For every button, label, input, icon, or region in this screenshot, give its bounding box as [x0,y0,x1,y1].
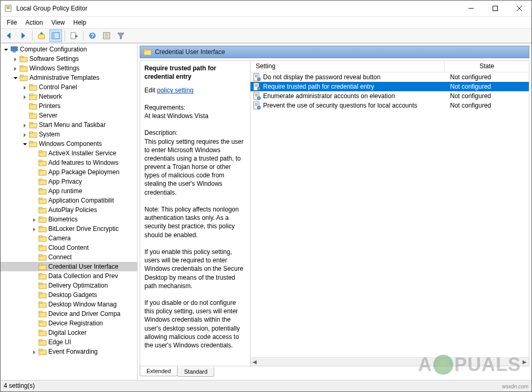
svg-marker-8 [7,33,11,39]
menu-view[interactable]: View [47,18,69,27]
filter-button[interactable] [114,29,127,42]
tree-item[interactable]: Camera [1,234,137,243]
computer-icon [10,45,18,54]
tree-item[interactable]: ⏵Event Forwarding [1,347,137,356]
tab-standard[interactable]: Standard [177,367,214,377]
tree-item[interactable]: Data Collection and Prev [1,271,137,281]
tree-item-label: Software Settings [29,55,79,62]
tree-item[interactable]: ⏷Computer Configuration [1,45,137,54]
tree-item[interactable]: Device Registration [1,319,137,328]
tree-item-label: Server [39,112,57,119]
column-setting[interactable]: Setting [251,61,445,72]
folder-icon [143,48,152,56]
chevron-right-icon[interactable]: ⏵ [22,84,29,90]
tree-item[interactable]: ⏵Windows Settings [1,63,137,73]
folder-icon [38,158,47,167]
column-state[interactable]: State [445,61,529,72]
status-text: 4 setting(s) [4,382,35,389]
menu-file[interactable]: File [3,18,21,27]
chevron-right-icon[interactable]: ⏵ [22,132,29,137]
tree-item[interactable]: Application Compatibilit [1,196,137,205]
tree-item[interactable]: ⏵Start Menu and Taskbar [1,120,137,130]
forward-button[interactable] [17,29,29,42]
tree-item[interactable]: ⏵Software Settings [1,54,137,63]
horizontal-scrollbar[interactable]: ◀ ▶ [251,357,529,366]
setting-row[interactable]: Do not display the password reveal butto… [251,72,529,82]
tree-item[interactable]: Credential User Interface [1,262,137,271]
tree-item[interactable]: ⏵System [1,130,137,139]
tree-item[interactable]: ⏵Control Panel [1,82,137,92]
folder-icon [38,206,47,214]
tree-item[interactable]: App runtime [1,186,137,196]
tree-item[interactable]: AutoPlay Policies [1,205,137,215]
folder-icon [29,130,37,139]
back-button[interactable] [3,29,15,42]
show-hide-tree-button[interactable] [49,29,62,42]
tree-item[interactable]: App Package Deploymen [1,167,137,177]
svg-rect-13 [52,33,55,39]
tree-item-label: Computer Configuration [20,46,87,53]
folder-icon [29,92,37,101]
svg-rect-80 [39,311,42,313]
help-button[interactable]: ? [86,29,99,42]
properties-button[interactable] [100,29,113,42]
tree-item[interactable]: Desktop Gadgets [1,290,137,300]
svg-rect-84 [39,330,42,332]
tree-item[interactable]: Printers [1,101,137,111]
chevron-down-icon[interactable]: ⏷ [12,75,19,81]
minimize-button[interactable] [459,1,483,16]
tree-item[interactable]: ⏷Administrative Templates [1,73,137,82]
tree-item[interactable]: Cloud Content [1,243,137,252]
tree-item[interactable]: Server [1,111,137,120]
tree-item[interactable]: Delivery Optimization [1,281,137,290]
folder-icon [38,215,47,224]
folder-icon [38,347,47,356]
description-paragraph: Note: This policy affects nonlogon authe… [144,205,246,239]
tree-item[interactable]: ⏵Network [1,92,137,101]
tree-item-label: Desktop Window Manag [48,301,117,308]
description-panel: Require trusted path for credential entr… [140,60,250,366]
menu-help[interactable]: Help [69,18,91,27]
chevron-right-icon[interactable]: ⏵ [12,56,19,62]
up-button[interactable] [35,29,48,42]
menu-action[interactable]: Action [21,18,47,27]
tree-item[interactable]: ⏵Biometrics [1,215,137,224]
tree-item[interactable]: Edge UI [1,337,137,347]
scroll-right-icon[interactable]: ▶ [520,359,529,365]
chevron-right-icon[interactable]: ⏵ [22,94,29,100]
tree-item[interactable]: App Privacy [1,177,137,186]
folder-icon [38,310,47,318]
export-button[interactable] [68,29,80,42]
chevron-right-icon[interactable]: ⏵ [31,217,38,223]
chevron-right-icon[interactable]: ⏵ [22,122,29,128]
tab-extended[interactable]: Extended [140,366,178,376]
policy-setting-link[interactable]: policy setting [157,87,193,94]
tree-item[interactable]: Desktop Window Manag [1,300,137,309]
chevron-right-icon[interactable]: ⏵ [12,66,19,71]
tree-item[interactable]: ⏷Windows Components [1,139,137,149]
chevron-right-icon[interactable]: ⏵ [31,226,38,232]
tree-item[interactable]: Add features to Windows [1,158,137,167]
toolbar-separator [83,30,84,41]
scroll-left-icon[interactable]: ◀ [251,359,259,365]
close-button[interactable] [507,1,531,16]
settings-list[interactable]: Do not display the password reveal butto… [251,72,529,357]
setting-row[interactable]: Enumerate administrator accounts on elev… [251,91,529,101]
tree-item[interactable]: Device and Driver Compa [1,309,137,319]
tree-item[interactable]: Connect [1,252,137,262]
svg-rect-42 [29,132,33,133]
tree-pane[interactable]: ⏷Computer Configuration⏵Software Setting… [1,44,138,380]
setting-row[interactable]: Require trusted path for credential entr… [251,82,529,91]
tree-item[interactable]: Digital Locker [1,328,137,337]
tree-item[interactable]: ActiveX Installer Service [1,149,137,158]
svg-rect-62 [39,226,42,228]
svg-rect-14 [71,33,76,39]
window-title: Local Group Policy Editor [16,5,459,12]
maximize-button[interactable] [483,1,507,16]
tree-item[interactable]: ⏵BitLocker Drive Encryptic [1,224,137,234]
setting-row[interactable]: Prevent the use of security questions fo… [251,101,529,110]
chevron-down-icon[interactable]: ⏷ [3,47,10,52]
chevron-right-icon[interactable]: ⏵ [31,349,38,355]
tabs-row: Extended Standard [140,366,529,378]
chevron-down-icon[interactable]: ⏷ [22,141,29,147]
